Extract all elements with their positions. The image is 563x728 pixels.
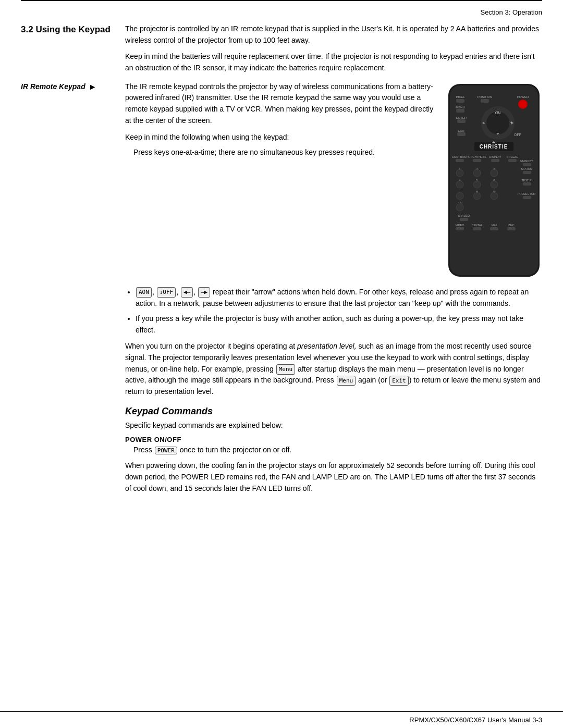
bullet-item-2: If you press a key while the projector i… — [136, 313, 542, 336]
aon-key: AON — [136, 287, 152, 298]
left-key: ◀– — [181, 287, 193, 298]
right-key: –▶ — [198, 287, 210, 298]
keypad-commands-title: Keypad Commands — [125, 406, 542, 417]
svg-point-39 — [456, 169, 463, 177]
svg-point-63 — [456, 204, 463, 211]
svg-text:EXIT: EXIT — [458, 129, 465, 132]
press-keys-note: Press keys one-at-a-time; there are no s… — [133, 147, 437, 158]
ir-text: The IR remote keypad controls the projec… — [125, 81, 437, 163]
remote-svg: PIXEL POSITION POWER MENU — [446, 81, 542, 279]
bullet-list: AON, ↓OFF, ◀–, –▶ repeat their "arrow" a… — [136, 286, 542, 336]
section-body: The projector is controlled by an IR rem… — [125, 23, 542, 74]
svg-point-49 — [473, 181, 481, 188]
power-press-para: Press POWER once to turn the projector o… — [133, 446, 542, 454]
exit-key-inline: Exit — [389, 376, 409, 386]
footer-label: RPMX/CX50/CX60/CX67 User's Manual 3-3 — [409, 716, 542, 724]
menu-key-inline2: Menu — [337, 376, 356, 386]
ir-label-col: IR Remote Keypad ► — [21, 81, 125, 92]
svg-point-55 — [456, 192, 463, 200]
svg-point-51 — [491, 181, 498, 188]
ir-remote-para: The IR remote keypad controls the projec… — [125, 81, 437, 127]
svg-rect-34 — [491, 159, 499, 162]
svg-rect-61 — [523, 196, 531, 199]
svg-rect-67 — [456, 227, 464, 230]
power-key-badge: POWER — [155, 447, 177, 454]
svg-rect-53 — [523, 182, 531, 186]
page-footer: RPMX/CX50/CX60/CX67 User's Manual 3-3 — [0, 711, 563, 728]
intro-para2: Keep in mind the batteries will require … — [125, 51, 542, 73]
power-down-para: When powering down, the cooling fan in t… — [125, 460, 542, 495]
svg-point-43 — [491, 169, 498, 177]
svg-point-57 — [473, 192, 481, 200]
svg-text:VGA: VGA — [491, 224, 497, 227]
svg-text:MENU: MENU — [456, 106, 465, 109]
svg-text:OFF: OFF — [514, 133, 521, 137]
keypad-commands-section: Keypad Commands Specific keypad commands… — [125, 406, 542, 495]
svg-point-8 — [520, 101, 526, 107]
svg-text:POSITION: POSITION — [478, 95, 493, 98]
svg-text:BNC: BNC — [508, 224, 515, 227]
ir-remote-label: IR Remote Keypad — [21, 82, 85, 91]
ir-text-and-remote: The IR remote keypad controls the projec… — [125, 81, 542, 281]
svg-rect-6 — [481, 99, 489, 103]
off-key: ↓OFF — [157, 287, 176, 298]
section-title: 3.2 Using the Keypad — [21, 24, 111, 34]
keypad-specific: Specific keypad commands are explained b… — [125, 421, 542, 429]
menu-key-inline: Menu — [276, 364, 296, 374]
svg-rect-35 — [508, 159, 517, 162]
svg-text:CONTRAST: CONTRAST — [452, 155, 468, 158]
svg-text:PROJECTOR: PROJECTOR — [518, 192, 535, 195]
power-on-off-heading: POWER ON/OFF — [125, 436, 542, 443]
svg-text:DIGITAL: DIGITAL — [472, 224, 483, 227]
section-label: Section 3: Operation — [480, 8, 542, 16]
svg-text:POWER: POWER — [517, 95, 529, 98]
svg-point-41 — [473, 169, 481, 177]
bullet-item-1: AON, ↓OFF, ◀–, –▶ repeat their "arrow" a… — [136, 286, 542, 310]
svg-rect-10 — [456, 109, 464, 113]
keypad-note: Keep in mind the following when using th… — [125, 132, 437, 143]
svg-rect-5 — [456, 99, 464, 103]
svg-text:ENTER: ENTER — [456, 116, 467, 119]
svg-text:S-VIDEO: S-VIDEO — [458, 214, 470, 217]
svg-rect-73 — [507, 227, 516, 230]
svg-text:STATUS: STATUS — [521, 167, 532, 170]
svg-rect-23 — [457, 132, 466, 136]
svg-text:-: - — [484, 120, 485, 126]
svg-text:FREEZE: FREEZE — [507, 155, 518, 158]
svg-text:+: + — [510, 120, 512, 126]
ir-content-col: The IR remote keypad controls the projec… — [125, 81, 542, 281]
svg-rect-71 — [490, 227, 498, 230]
section-heading-left: 3.2 Using the Keypad — [21, 23, 125, 35]
section-heading-row: 3.2 Using the Keypad The projector is co… — [21, 23, 542, 74]
svg-text:PIXEL: PIXEL — [456, 95, 465, 98]
ir-section-row: IR Remote Keypad ► The IR remote keypad … — [21, 81, 542, 281]
svg-rect-65 — [460, 218, 468, 221]
svg-rect-33 — [473, 159, 481, 162]
svg-text:VIDEO: VIDEO — [455, 224, 464, 227]
remote-control-image: PIXEL POSITION POWER MENU — [446, 81, 542, 281]
svg-text:DISPLAY: DISPLAY — [489, 155, 501, 158]
arrow-right-icon: ► — [89, 82, 97, 92]
svg-rect-37 — [523, 163, 531, 166]
svg-rect-69 — [473, 227, 481, 230]
svg-text:TEST P: TEST P — [521, 179, 531, 182]
svg-text:BRIGHTNESS: BRIGHTNESS — [468, 155, 486, 158]
svg-rect-45 — [523, 171, 531, 174]
intro-para1: The projector is controlled by an IR rem… — [125, 23, 542, 46]
svg-rect-32 — [456, 159, 464, 162]
svg-point-47 — [456, 181, 463, 188]
svg-text:CHRISTIE: CHRISTIE — [480, 144, 508, 150]
svg-point-59 — [491, 192, 498, 200]
page-header: Section 3: Operation — [0, 4, 563, 18]
svg-rect-21 — [457, 119, 466, 123]
svg-point-12 — [486, 112, 509, 134]
svg-text:STANDBY: STANDBY — [520, 159, 533, 163]
para-after-bullets: When you turn on the projector it begins… — [125, 341, 542, 397]
para-after-1: When you turn on the projector it begins… — [125, 341, 542, 397]
